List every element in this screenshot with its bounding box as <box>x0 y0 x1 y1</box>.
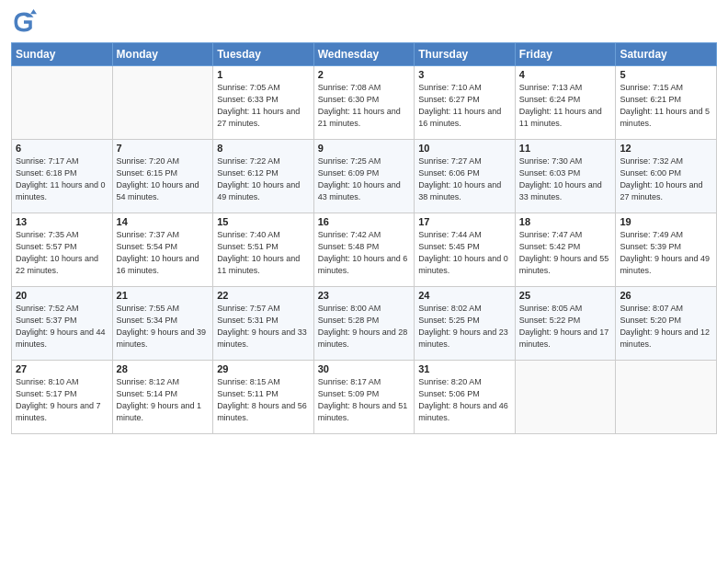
cell-detail: Sunrise: 7:27 AMSunset: 6:06 PMDaylight:… <box>418 155 511 203</box>
cell-detail: Sunrise: 7:17 AMSunset: 6:18 PMDaylight:… <box>16 155 108 203</box>
day-number: 11 <box>519 143 612 154</box>
day-number: 3 <box>418 69 511 80</box>
calendar-cell: 6Sunrise: 7:17 AMSunset: 6:18 PMDaylight… <box>12 140 113 213</box>
cell-detail: Sunrise: 8:05 AMSunset: 5:22 PMDaylight:… <box>519 303 612 350</box>
weekday-header-tuesday: Tuesday <box>213 43 314 66</box>
cell-detail: Sunrise: 7:22 AMSunset: 6:12 PMDaylight:… <box>217 155 310 203</box>
logo <box>11 9 39 35</box>
calendar-cell: 20Sunrise: 7:52 AMSunset: 5:37 PMDayligh… <box>12 287 113 361</box>
day-number: 1 <box>217 69 310 80</box>
calendar-cell: 10Sunrise: 7:27 AMSunset: 6:06 PMDayligh… <box>415 140 516 213</box>
day-number: 21 <box>117 290 210 301</box>
cell-detail: Sunrise: 8:02 AMSunset: 5:25 PMDaylight:… <box>418 303 511 350</box>
weekday-header-thursday: Thursday <box>415 43 516 66</box>
calendar-cell: 18Sunrise: 7:47 AMSunset: 5:42 PMDayligh… <box>515 213 616 287</box>
calendar-cell: 11Sunrise: 7:30 AMSunset: 6:03 PMDayligh… <box>515 140 616 213</box>
calendar-cell: 16Sunrise: 7:42 AMSunset: 5:48 PMDayligh… <box>313 213 415 287</box>
cell-detail: Sunrise: 7:49 AMSunset: 5:39 PMDaylight:… <box>620 229 712 277</box>
cell-detail: Sunrise: 7:44 AMSunset: 5:45 PMDaylight:… <box>418 229 511 277</box>
calendar-cell <box>616 361 717 434</box>
day-number: 19 <box>620 216 712 227</box>
cell-detail: Sunrise: 7:57 AMSunset: 5:31 PMDaylight:… <box>217 303 310 350</box>
week-row-1: 1Sunrise: 7:05 AMSunset: 6:33 PMDaylight… <box>12 66 717 140</box>
day-number: 23 <box>318 290 411 301</box>
day-number: 17 <box>418 216 511 227</box>
calendar-cell: 4Sunrise: 7:13 AMSunset: 6:24 PMDaylight… <box>515 66 616 140</box>
calendar-cell: 9Sunrise: 7:25 AMSunset: 6:09 PMDaylight… <box>313 140 415 213</box>
calendar-cell: 28Sunrise: 8:12 AMSunset: 5:14 PMDayligh… <box>112 361 213 434</box>
day-number: 24 <box>418 290 511 301</box>
cell-detail: Sunrise: 7:42 AMSunset: 5:48 PMDaylight:… <box>318 229 411 277</box>
weekday-header-row: SundayMondayTuesdayWednesdayThursdayFrid… <box>12 43 717 66</box>
day-number: 20 <box>16 290 108 301</box>
cell-detail: Sunrise: 7:13 AMSunset: 6:24 PMDaylight:… <box>519 82 612 130</box>
cell-detail: Sunrise: 8:00 AMSunset: 5:28 PMDaylight:… <box>318 303 411 350</box>
cell-detail: Sunrise: 7:05 AMSunset: 6:33 PMDaylight:… <box>217 82 310 130</box>
cell-detail: Sunrise: 8:15 AMSunset: 5:11 PMDaylight:… <box>217 376 310 424</box>
calendar-cell: 21Sunrise: 7:55 AMSunset: 5:34 PMDayligh… <box>112 287 213 361</box>
cell-detail: Sunrise: 7:37 AMSunset: 5:54 PMDaylight:… <box>117 229 210 277</box>
calendar-cell <box>112 66 213 140</box>
cell-detail: Sunrise: 7:40 AMSunset: 5:51 PMDaylight:… <box>217 229 310 277</box>
calendar-cell: 22Sunrise: 7:57 AMSunset: 5:31 PMDayligh… <box>213 287 314 361</box>
weekday-header-sunday: Sunday <box>12 43 113 66</box>
calendar-cell: 29Sunrise: 8:15 AMSunset: 5:11 PMDayligh… <box>213 361 314 434</box>
cell-detail: Sunrise: 8:20 AMSunset: 5:06 PMDaylight:… <box>418 376 511 424</box>
calendar-table: SundayMondayTuesdayWednesdayThursdayFrid… <box>11 42 717 434</box>
calendar-cell: 19Sunrise: 7:49 AMSunset: 5:39 PMDayligh… <box>616 213 717 287</box>
cell-detail: Sunrise: 8:10 AMSunset: 5:17 PMDaylight:… <box>16 376 108 424</box>
cell-detail: Sunrise: 7:52 AMSunset: 5:37 PMDaylight:… <box>16 303 108 350</box>
cell-detail: Sunrise: 7:47 AMSunset: 5:42 PMDaylight:… <box>519 229 612 277</box>
day-number: 8 <box>217 143 310 154</box>
day-number: 15 <box>217 216 310 227</box>
cell-detail: Sunrise: 8:12 AMSunset: 5:14 PMDaylight:… <box>117 376 210 424</box>
day-number: 13 <box>16 216 108 227</box>
calendar-cell: 15Sunrise: 7:40 AMSunset: 5:51 PMDayligh… <box>213 213 314 287</box>
calendar-cell: 26Sunrise: 8:07 AMSunset: 5:20 PMDayligh… <box>616 287 717 361</box>
day-number: 30 <box>318 363 411 374</box>
weekday-header-friday: Friday <box>515 43 616 66</box>
page: SundayMondayTuesdayWednesdayThursdayFrid… <box>0 0 728 563</box>
calendar-cell: 3Sunrise: 7:10 AMSunset: 6:27 PMDaylight… <box>415 66 516 140</box>
header <box>11 9 717 35</box>
cell-detail: Sunrise: 7:55 AMSunset: 5:34 PMDaylight:… <box>117 303 210 350</box>
calendar-cell: 1Sunrise: 7:05 AMSunset: 6:33 PMDaylight… <box>213 66 314 140</box>
calendar-cell <box>12 66 113 140</box>
day-number: 4 <box>519 69 612 80</box>
day-number: 12 <box>620 143 712 154</box>
cell-detail: Sunrise: 7:20 AMSunset: 6:15 PMDaylight:… <box>117 155 210 203</box>
calendar-cell: 17Sunrise: 7:44 AMSunset: 5:45 PMDayligh… <box>415 213 516 287</box>
cell-detail: Sunrise: 7:15 AMSunset: 6:21 PMDaylight:… <box>620 82 712 130</box>
weekday-header-wednesday: Wednesday <box>313 43 415 66</box>
calendar-cell: 27Sunrise: 8:10 AMSunset: 5:17 PMDayligh… <box>12 361 113 434</box>
cell-detail: Sunrise: 7:32 AMSunset: 6:00 PMDaylight:… <box>620 155 712 203</box>
week-row-2: 6Sunrise: 7:17 AMSunset: 6:18 PMDaylight… <box>12 140 717 213</box>
cell-detail: Sunrise: 7:10 AMSunset: 6:27 PMDaylight:… <box>418 82 511 130</box>
week-row-3: 13Sunrise: 7:35 AMSunset: 5:57 PMDayligh… <box>12 213 717 287</box>
calendar-cell: 24Sunrise: 8:02 AMSunset: 5:25 PMDayligh… <box>415 287 516 361</box>
calendar-cell: 25Sunrise: 8:05 AMSunset: 5:22 PMDayligh… <box>515 287 616 361</box>
day-number: 25 <box>519 290 612 301</box>
calendar-cell: 5Sunrise: 7:15 AMSunset: 6:21 PMDaylight… <box>616 66 717 140</box>
logo-icon <box>11 9 37 35</box>
day-number: 31 <box>418 363 511 374</box>
day-number: 22 <box>217 290 310 301</box>
day-number: 7 <box>117 143 210 154</box>
calendar-cell: 30Sunrise: 8:17 AMSunset: 5:09 PMDayligh… <box>313 361 415 434</box>
week-row-5: 27Sunrise: 8:10 AMSunset: 5:17 PMDayligh… <box>12 361 717 434</box>
week-row-4: 20Sunrise: 7:52 AMSunset: 5:37 PMDayligh… <box>12 287 717 361</box>
calendar-cell: 8Sunrise: 7:22 AMSunset: 6:12 PMDaylight… <box>213 140 314 213</box>
calendar-cell: 7Sunrise: 7:20 AMSunset: 6:15 PMDaylight… <box>112 140 213 213</box>
cell-detail: Sunrise: 7:35 AMSunset: 5:57 PMDaylight:… <box>16 229 108 277</box>
calendar-cell: 31Sunrise: 8:20 AMSunset: 5:06 PMDayligh… <box>415 361 516 434</box>
weekday-header-monday: Monday <box>112 43 213 66</box>
day-number: 18 <box>519 216 612 227</box>
calendar-cell: 14Sunrise: 7:37 AMSunset: 5:54 PMDayligh… <box>112 213 213 287</box>
day-number: 29 <box>217 363 310 374</box>
day-number: 6 <box>16 143 108 154</box>
day-number: 2 <box>318 69 411 80</box>
calendar-cell: 2Sunrise: 7:08 AMSunset: 6:30 PMDaylight… <box>313 66 415 140</box>
calendar-cell: 13Sunrise: 7:35 AMSunset: 5:57 PMDayligh… <box>12 213 113 287</box>
day-number: 28 <box>117 363 210 374</box>
calendar-cell: 23Sunrise: 8:00 AMSunset: 5:28 PMDayligh… <box>313 287 415 361</box>
